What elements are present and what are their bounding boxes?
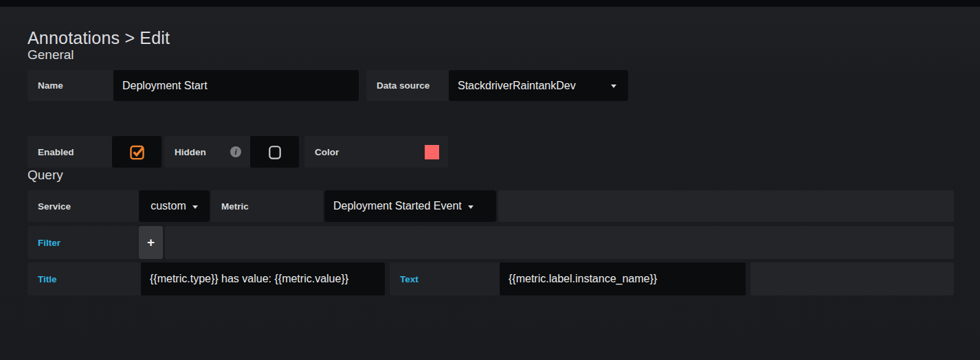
filter-row: Filter + — [27, 226, 954, 259]
color-swatch[interactable] — [425, 145, 439, 159]
query-section: Query Service custom Metric Deployment S… — [27, 168, 954, 295]
color-label-box: Color — [304, 136, 448, 168]
metric-value: Deployment Started Event — [333, 200, 462, 212]
row-filler — [165, 226, 954, 259]
row-filler — [498, 190, 954, 222]
name-label: Name — [27, 70, 113, 101]
general-section: General Name Data source StackdriverRain… — [27, 47, 954, 168]
page-title: Annotations > Edit — [27, 28, 954, 47]
hidden-label-text: Hidden — [175, 147, 206, 157]
general-toggles-row: Enabled Hidden i Color — [27, 136, 954, 168]
service-select[interactable]: custom — [139, 190, 210, 222]
add-filter-button[interactable]: + — [139, 226, 163, 259]
name-input[interactable] — [113, 70, 359, 101]
datasource-value: StackdriverRaintankDev — [458, 80, 576, 92]
text-input[interactable] — [500, 262, 746, 295]
enabled-checkbox[interactable] — [112, 136, 162, 168]
enabled-label: Enabled — [27, 136, 112, 168]
service-label: Service — [27, 190, 139, 222]
caret-down-icon — [611, 85, 616, 88]
title-input[interactable] — [141, 262, 385, 295]
caret-down-icon — [192, 205, 198, 209]
annotation-edit-page: Annotations > Edit General Name Data sou… — [27, 28, 954, 295]
hidden-checkbox[interactable] — [250, 136, 299, 168]
metric-select[interactable]: Deployment Started Event — [324, 190, 496, 222]
row-filler — [750, 262, 954, 295]
filter-label: Filter — [27, 226, 139, 259]
general-heading: General — [27, 47, 954, 62]
datasource-select[interactable]: StackdriverRaintankDev — [449, 70, 628, 101]
text-label: Text — [390, 262, 500, 295]
title-label: Title — [27, 262, 141, 295]
info-icon[interactable]: i — [230, 146, 241, 157]
service-metric-row: Service custom Metric Deployment Started… — [27, 190, 954, 222]
datasource-label: Data source — [366, 70, 449, 101]
general-name-row: Name Data source StackdriverRaintankDev — [27, 70, 954, 101]
title-text-row: Title Text — [27, 262, 954, 295]
caret-down-icon — [468, 205, 474, 209]
checkbox-unchecked-icon — [267, 144, 282, 160]
hidden-label: Hidden i — [164, 136, 250, 168]
metric-label: Metric — [211, 190, 323, 222]
top-bar — [0, 0, 980, 7]
checkbox-checked-icon — [129, 144, 145, 160]
color-label: Color — [315, 147, 339, 157]
query-heading: Query — [27, 168, 954, 182]
service-value: custom — [151, 200, 186, 212]
